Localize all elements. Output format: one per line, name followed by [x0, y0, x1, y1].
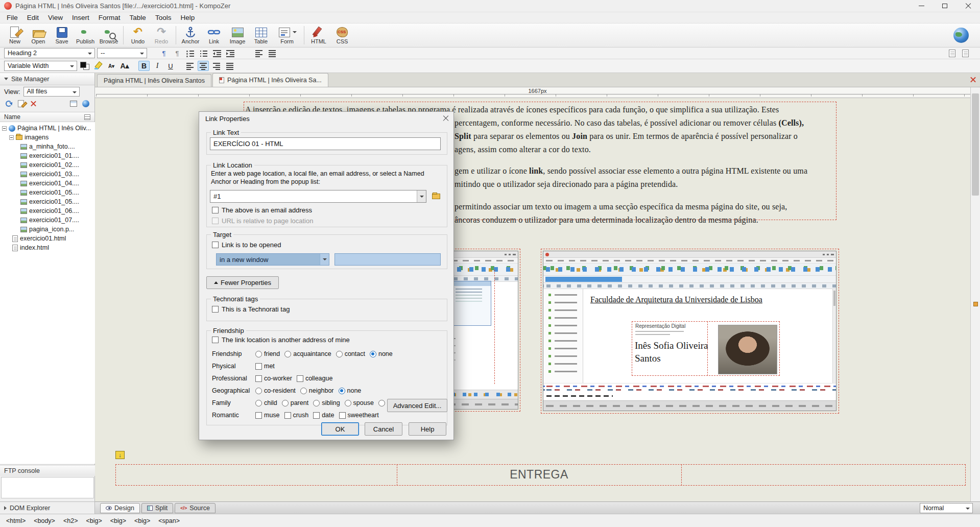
numbered-list-button[interactable]: [185, 48, 196, 58]
browse-button[interactable]: Browse: [97, 24, 121, 46]
close-button[interactable]: [957, 0, 980, 12]
dialog-title-bar[interactable]: Link Properties: [199, 112, 453, 125]
status-tag-big[interactable]: <big>: [110, 517, 126, 524]
decrease-font-button[interactable]: A▾: [106, 61, 117, 71]
tab-split-mode[interactable]: Split: [141, 503, 173, 513]
checkbox-date[interactable]: date: [313, 412, 334, 419]
radio-acquaintance[interactable]: acquaintance: [284, 350, 331, 357]
paragraph-marks-alt-button[interactable]: ¶: [172, 48, 183, 58]
advanced-edit-button[interactable]: Advanced Edit...: [387, 399, 447, 412]
tree-item-image[interactable]: a_minha_foto....: [0, 142, 95, 151]
help-button[interactable]: Help: [409, 422, 446, 436]
outdent-button[interactable]: [211, 48, 223, 58]
checkbox-muse[interactable]: muse: [255, 412, 280, 419]
tree-folder-imagens[interactable]: imagens: [0, 133, 95, 142]
checkbox-sweetheart[interactable]: sweetheart: [339, 412, 379, 419]
radio-parent[interactable]: parent: [282, 399, 308, 406]
bold-button[interactable]: B: [138, 61, 150, 71]
embedded-screenshot-right[interactable]: Faculdade de Arquitetura da Universidade…: [543, 251, 836, 411]
menu-view[interactable]: View: [43, 12, 67, 23]
anchor-marker-icon[interactable]: ↓: [115, 451, 125, 459]
italic-button[interactable]: I: [152, 61, 163, 71]
remove-site-button[interactable]: [29, 99, 38, 108]
tree-item-image[interactable]: exercicio01_05....: [0, 197, 95, 206]
tree-item-image[interactable]: exercicio01_04....: [0, 179, 95, 188]
open-in-browser-button[interactable]: [81, 99, 90, 108]
radio-neighbor[interactable]: neighbor: [300, 387, 334, 394]
link-open-checkbox[interactable]: Link is to be opened: [212, 241, 281, 249]
menu-file[interactable]: File: [2, 12, 22, 23]
undo-button[interactable]: ↶Undo: [126, 24, 150, 46]
email-address-checkbox[interactable]: The above is an email address: [212, 206, 312, 214]
tree-item-image[interactable]: exercicio01_06....: [0, 206, 95, 215]
bulleted-list-button[interactable]: [198, 48, 209, 58]
radio-sibling[interactable]: sibling: [313, 399, 340, 406]
class-select[interactable]: --: [97, 48, 147, 58]
status-tag-h2[interactable]: <h2>: [63, 517, 78, 524]
align-left-button[interactable]: [184, 61, 196, 71]
chevron-down-icon[interactable]: [417, 190, 426, 202]
open-in-panel-button[interactable]: [69, 99, 78, 108]
refresh-button[interactable]: [4, 99, 13, 108]
justify-left-button[interactable]: [253, 48, 265, 58]
tree-column-header[interactable]: Name: [0, 112, 94, 122]
tab-document-2[interactable]: Página HTML | Inês Oliveira Sa...: [212, 73, 328, 87]
open-button[interactable]: Open: [27, 24, 50, 46]
browse-file-button[interactable]: [431, 190, 442, 202]
align-justify-button[interactable]: [224, 61, 235, 71]
technorati-checkbox[interactable]: This is a Technorati tag: [212, 305, 290, 313]
publish-button[interactable]: Publish: [74, 24, 97, 46]
paragraph-format-select[interactable]: Heading 2: [4, 48, 95, 58]
menu-edit[interactable]: Edit: [22, 12, 43, 23]
radio-friendship-none[interactable]: none: [370, 350, 393, 357]
status-tag-big[interactable]: <big>: [134, 517, 150, 524]
tab-source-mode[interactable]: </>Source: [175, 503, 216, 513]
radio-spouse[interactable]: spouse: [345, 399, 374, 406]
preview-tags-button[interactable]: [960, 48, 971, 58]
menu-tools[interactable]: Tools: [151, 12, 176, 23]
close-tab-icon[interactable]: [970, 77, 976, 82]
html-button[interactable]: HTML: [307, 24, 330, 46]
justify-all-button[interactable]: [267, 48, 278, 58]
anchor-button[interactable]: Anchor: [179, 24, 202, 46]
radio-child[interactable]: child: [255, 399, 277, 406]
scrollbar-thumb[interactable]: [972, 93, 979, 196]
radio-geographical-none[interactable]: none: [339, 387, 362, 394]
view-filter-select[interactable]: All files: [23, 87, 80, 97]
css-button[interactable]: CSS: [330, 24, 354, 46]
status-tag-big[interactable]: <big>: [86, 517, 102, 524]
status-tag-span[interactable]: <span>: [158, 517, 180, 524]
checkbox-met[interactable]: met: [255, 363, 275, 370]
checkbox-crush[interactable]: crush: [284, 412, 309, 419]
markup-cleaner-button[interactable]: [946, 48, 958, 58]
save-button[interactable]: Save: [50, 24, 74, 46]
vertical-scrollbar[interactable]: [970, 87, 980, 501]
maximize-button[interactable]: [933, 0, 957, 12]
redo-button[interactable]: ↷Redo: [150, 24, 173, 46]
tree-item-image[interactable]: exercicio01_01....: [0, 151, 95, 160]
tree-item-html[interactable]: index.html: [0, 243, 95, 252]
text-color-button[interactable]: [79, 61, 90, 71]
status-tag-body[interactable]: <body>: [34, 517, 55, 524]
link-location-input[interactable]: #1: [210, 190, 426, 203]
edit-site-button[interactable]: [16, 99, 26, 108]
tree-root-site[interactable]: Página HTML | Inês Oliv...: [0, 124, 95, 133]
address-of-mine-checkbox[interactable]: The link location is another address of …: [212, 336, 350, 344]
radio-contact[interactable]: contact: [336, 350, 365, 357]
font-select[interactable]: Variable Width: [4, 61, 77, 71]
radio-friend[interactable]: friend: [255, 350, 280, 357]
close-icon[interactable]: [442, 115, 449, 122]
tree-item-image[interactable]: exercicio01_03....: [0, 170, 95, 179]
image-button[interactable]: Image: [226, 24, 249, 46]
link-button[interactable]: Link: [202, 24, 226, 46]
dom-explorer-header[interactable]: DOM Explorer: [0, 501, 95, 514]
align-center-button[interactable]: [198, 61, 209, 71]
tree-item-image[interactable]: exercicio01_02....: [0, 160, 95, 170]
form-button[interactable]: Form: [273, 24, 301, 46]
increase-font-button[interactable]: A▴: [119, 61, 130, 71]
highlight-color-button[interactable]: [92, 61, 104, 71]
indent-button[interactable]: [225, 48, 236, 58]
new-button[interactable]: New: [3, 24, 27, 46]
radio-coresident[interactable]: co-resident: [255, 387, 296, 394]
align-right-button[interactable]: [211, 61, 222, 71]
